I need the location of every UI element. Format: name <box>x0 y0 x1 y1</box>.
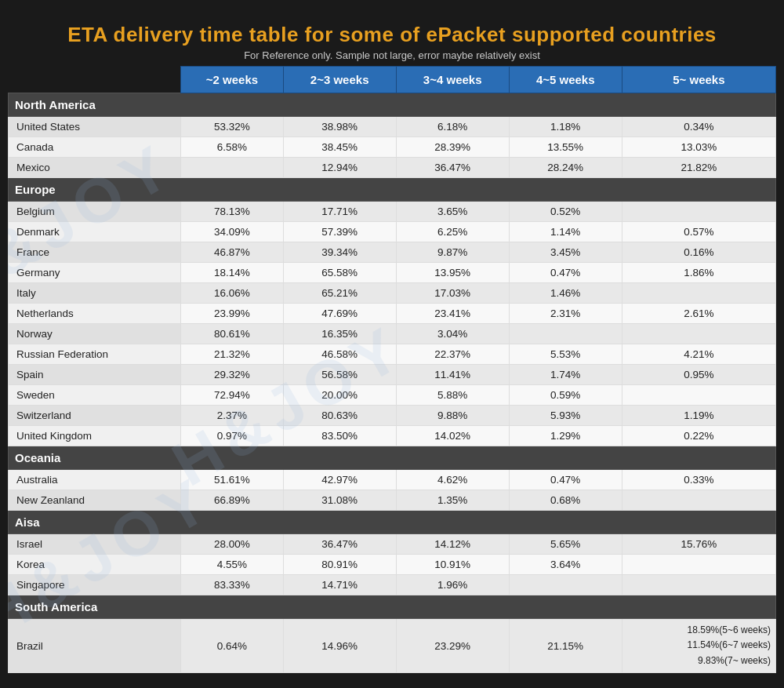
col-header-5: 5~ weeks <box>622 67 775 93</box>
country-cell: Israel <box>9 534 181 555</box>
data-cell: 13.03% <box>622 137 775 158</box>
table-row: Denmark34.09%57.39%6.25%1.14%0.57% <box>9 222 776 242</box>
data-cell: 5.88% <box>396 385 509 406</box>
table-row: Netherlands23.99%47.69%23.41%2.31%2.61% <box>9 304 776 324</box>
section-row: Europe <box>9 178 776 202</box>
table-row: New Zeanland66.89%31.08%1.35%0.68% <box>9 490 776 511</box>
data-cell: 56.58% <box>283 365 396 385</box>
data-cell: 0.59% <box>509 385 622 406</box>
data-cell: 53.32% <box>181 117 283 137</box>
subtitle: For Reference only. Sample not large, er… <box>8 49 776 61</box>
data-cell: 0.22% <box>622 426 775 446</box>
data-cell: 1.14% <box>509 222 622 242</box>
table-row: Norway80.61%16.35%3.04% <box>9 324 776 344</box>
country-cell: France <box>9 242 181 263</box>
table-row: France46.87%39.34%9.87%3.45%0.16% <box>9 242 776 263</box>
data-cell: 46.87% <box>181 242 283 263</box>
table-row: Mexico12.94%36.47%28.24%21.82% <box>9 158 776 178</box>
data-cell: 1.19% <box>622 406 775 426</box>
data-cell: 13.95% <box>396 263 509 283</box>
section-label: Oceania <box>9 446 776 470</box>
col-header-2: 2~3 weeks <box>283 67 396 93</box>
data-cell: 15.76% <box>622 534 775 555</box>
data-cell: 17.03% <box>396 283 509 304</box>
data-cell: 83.50% <box>283 426 396 446</box>
table-row: Singapore83.33%14.71%1.96% <box>9 575 776 595</box>
country-cell: Switzerland <box>9 406 181 426</box>
data-cell: 12.94% <box>283 158 396 178</box>
data-cell: 17.71% <box>283 202 396 222</box>
data-cell: 14.96% <box>283 619 396 673</box>
data-cell: 28.39% <box>396 137 509 158</box>
data-cell: 21.32% <box>181 344 283 365</box>
country-cell: Belgium <box>9 202 181 222</box>
data-cell: 46.58% <box>283 344 396 365</box>
data-cell: 29.32% <box>181 365 283 385</box>
col-header-3: 3~4 weeks <box>396 67 509 93</box>
data-cell <box>509 575 622 595</box>
data-cell: 80.61% <box>181 324 283 344</box>
data-cell: 1.46% <box>509 283 622 304</box>
data-cell <box>622 324 775 344</box>
data-cell: 2.37% <box>181 406 283 426</box>
data-cell: 21.15% <box>509 619 622 673</box>
data-cell: 4.62% <box>396 470 509 490</box>
data-cell: 5.53% <box>509 344 622 365</box>
data-cell: 0.64% <box>181 619 283 673</box>
data-cell: 9.88% <box>396 406 509 426</box>
table-row: Korea4.55%80.91%10.91%3.64% <box>9 555 776 575</box>
table-row: Russian Federation21.32%46.58%22.37%5.53… <box>9 344 776 365</box>
country-cell: Denmark <box>9 222 181 242</box>
data-cell: 0.47% <box>509 263 622 283</box>
table-watermark-container: H&JOY H&JOY H&JOY ~2 weeks 2~3 weeks 3~4… <box>8 66 776 673</box>
table-row: Spain29.32%56.58%11.41%1.74%0.95% <box>9 365 776 385</box>
country-cell: Spain <box>9 365 181 385</box>
data-cell: 23.41% <box>396 304 509 324</box>
eta-table: ~2 weeks 2~3 weeks 3~4 weeks 4~5 weeks 5… <box>8 66 776 673</box>
data-cell: 6.25% <box>396 222 509 242</box>
data-cell: 38.45% <box>283 137 396 158</box>
main-title: ETA delivery time table for some of ePac… <box>8 23 776 47</box>
section-row: South America <box>9 595 776 619</box>
data-cell: 1.29% <box>509 426 622 446</box>
data-cell: 23.99% <box>181 304 283 324</box>
country-cell: New Zeanland <box>9 490 181 511</box>
section-row: North America <box>9 93 776 117</box>
data-cell: 16.06% <box>181 283 283 304</box>
data-cell: 13.55% <box>509 137 622 158</box>
data-cell: 3.65% <box>396 202 509 222</box>
table-header-row: ~2 weeks 2~3 weeks 3~4 weeks 4~5 weeks 5… <box>9 67 776 93</box>
data-cell: 0.33% <box>622 470 775 490</box>
data-cell: 18.59%(5~6 weeks)11.54%(6~7 weeks)9.83%(… <box>622 619 775 673</box>
country-cell: Singapore <box>9 575 181 595</box>
data-cell: 38.98% <box>283 117 396 137</box>
table-row: Australia51.61%42.97%4.62%0.47%0.33% <box>9 470 776 490</box>
data-cell <box>622 385 775 406</box>
section-label: Aisa <box>9 511 776 534</box>
data-cell <box>622 283 775 304</box>
data-cell: 21.82% <box>622 158 775 178</box>
data-cell: 28.24% <box>509 158 622 178</box>
data-cell: 1.96% <box>396 575 509 595</box>
country-cell: United States <box>9 117 181 137</box>
data-cell: 78.13% <box>181 202 283 222</box>
data-cell: 14.71% <box>283 575 396 595</box>
table-row: Sweden72.94%20.00%5.88%0.59% <box>9 385 776 406</box>
data-cell: 47.69% <box>283 304 396 324</box>
data-cell: 1.18% <box>509 117 622 137</box>
table-row: United States53.32%38.98%6.18%1.18%0.34% <box>9 117 776 137</box>
data-cell: 9.87% <box>396 242 509 263</box>
title-highlight: ePacket <box>426 23 506 46</box>
data-cell: 6.18% <box>396 117 509 137</box>
data-cell: 83.33% <box>181 575 283 595</box>
data-cell: 14.02% <box>396 426 509 446</box>
data-cell: 2.61% <box>622 304 775 324</box>
data-cell: 3.64% <box>509 555 622 575</box>
table-row: Italy16.06%65.21%17.03%1.46% <box>9 283 776 304</box>
country-cell: Netherlands <box>9 304 181 324</box>
data-cell: 65.58% <box>283 263 396 283</box>
data-cell: 57.39% <box>283 222 396 242</box>
country-cell: Australia <box>9 470 181 490</box>
table-row: Switzerland2.37%80.63%9.88%5.93%1.19% <box>9 406 776 426</box>
data-cell: 28.00% <box>181 534 283 555</box>
